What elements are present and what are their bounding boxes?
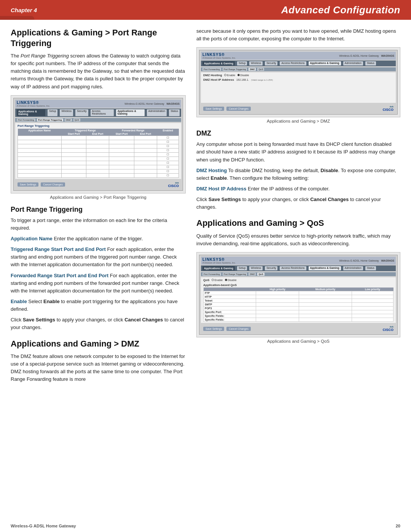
lk-header-2: LINKSYS® A Division of Cisco Systems, In… [201,52,396,60]
dmz-hosting-label: DMZ Hosting [196,168,227,173]
tab-porttrig-1[interactable]: Port Range Triggering [37,118,63,121]
lk-footer-1: Save Settings Cancel Changes ılıılı CISC… [15,181,181,189]
nav-apps-gaming-2: Applications & Gaming [202,61,235,66]
disable-radio[interactable] [237,74,240,76]
qos-th-high: High priority [256,288,299,291]
tab-qos-2[interactable]: QoS [257,68,264,71]
right-column: secure because it only opens the ports y… [196,27,400,387]
nav-setup-2[interactable]: Setup [237,61,247,66]
tab-portfwd-3[interactable]: Port Forwarding [202,273,221,276]
nav-status-2[interactable]: Status [365,61,376,66]
nav-setup-3[interactable]: Setup [237,266,247,270]
lk-ip-row: DMZ Host IP Address 192.168.1. (Valid ra… [203,78,393,81]
tab-porttrig-2[interactable]: Port Range Triggering [223,68,247,71]
caption-qos: Applications and Gaming > QoS [196,339,400,343]
qos-main-heading: Applications and Gaming > QoS [196,218,400,228]
linksys-subtitle-1: A Division of Cisco Systems, Inc. [17,105,50,107]
page-footer: Wireless-G ADSL Home Gateway 20 [0,524,411,528]
qos-th-low: Low priority [352,288,393,291]
dmz-continued-text: secure because it only opens the ports y… [196,27,400,43]
lk-qos-main-row: QoS Enable Disable [203,278,393,282]
linksys-device-mockup-3: LINKSYS® A Division of Cisco Systems, In… [199,255,398,335]
nav-security-2[interactable]: Security [265,61,277,66]
lk-navbar-2: Applications & Gaming Setup Wireless Sec… [201,61,396,66]
nav-wireless-3[interactable]: Wireless [249,266,263,270]
qos-radio-group: Enable Disable [212,279,236,281]
lk-footer-2: Save Settings Cancel Changes ılıılı CISC… [201,104,396,113]
table-row: ☐ [18,136,179,140]
chapter-label: Chapter 4 [11,7,37,13]
port-range-h2: Port Range Triggering [11,206,186,214]
qos-disable-radio[interactable] [225,279,227,281]
th-end2: End Port [134,132,157,136]
qos-row-smtp: SMTP [204,303,393,307]
nav-status-3[interactable]: Status [365,266,376,270]
footer-product: Wireless-G ADSL Home Gateway [11,524,76,528]
nav-admin-3[interactable]: Administration [343,266,363,270]
nav-status-1[interactable]: Status [169,109,180,116]
linksys-device-mockup-1: LINKSYS® A Division of Cisco Systems, In… [13,98,183,191]
dmz-hosting-field: DMZ Hosting [203,73,222,77]
lk-cancel-btn-2[interactable]: Cancel Changes [226,107,251,111]
nav-security-1[interactable]: Security [75,109,88,116]
app-name-desc: Enter the application name of the trigge… [54,236,143,241]
lk-cancel-btn-3[interactable]: Cancel Changes [226,327,251,331]
qos-row-http: HTTP [204,295,393,299]
nav-access-3[interactable]: Access Restrictions [280,266,306,270]
th-chk [157,132,179,136]
qos-table: High priority Medium priority Low priori… [203,288,393,322]
tab-portfwd-1[interactable]: Port Forwarding [17,118,35,121]
lk-navbar-1: Applications & Gaming Setup Wireless Sec… [15,109,181,117]
tab-dmz-3[interactable]: DMZ [249,273,256,276]
nav-admin-1[interactable]: Administration [147,109,167,116]
table-row: ☐ [18,173,179,177]
nav-setup-1[interactable]: Setup [48,109,57,116]
cisco-text-2: CISCO [382,108,393,112]
tab-portfwd-2[interactable]: Port Forwarding [202,68,221,71]
dmz-host-ip-para: DMZ Host IP Address Enter the IP address… [196,185,400,193]
cisco-logo-2: ılıılı CISCO [382,105,393,112]
screenshot-port-range: LINKSYS® A Division of Cisco Systems, In… [11,95,186,193]
port-range-triggering-section: Applications & Gaming > Port Range Trigg… [11,27,186,91]
qos-enable-radio[interactable] [212,279,214,281]
table-row: ☐ [18,140,179,144]
nav-admin-2[interactable]: Administration [343,61,363,66]
main-heading-port-range: Applications & Gaming > Port Range Trigg… [11,27,186,48]
nav-apps-2[interactable]: Applications & Gaming [309,61,341,66]
tab-dmz-2[interactable]: DMZ [249,68,256,71]
table-row: ☐ [18,161,179,165]
nav-access-2[interactable]: Access Restrictions [280,61,306,66]
nav-apps-1[interactable]: Applications & Gaming [116,109,145,116]
tab-porttrig-3[interactable]: Port Range Triggering [223,273,247,276]
table-row: ☐ [18,165,179,169]
save-note-1: Click Save Settings to apply your change… [11,316,186,331]
lk-save-btn-3[interactable]: Save Settings [203,327,224,331]
enable-radio[interactable] [224,74,226,76]
tab-qos-1[interactable]: QoS [73,118,80,121]
left-column: Applications & Gaming > Port Range Trigg… [11,27,186,387]
ip-hint: (Valid range is 1-254) [251,79,273,81]
nav-wireless-1[interactable]: Wireless [60,109,73,116]
tab-dmz-1[interactable]: DMZ [65,118,72,121]
lk-content-1: Port Range Triggering Application Name T… [15,123,181,179]
lk-content-2: DMZ Hosting Enable Disable DMZ Host IP A… [201,72,396,103]
lk-section-title-1: Port Range Triggering [18,124,179,128]
port-range-intro-text: The Port Range Triggering screen allows … [11,52,186,91]
qos-disable-label: Disable [228,279,236,281]
nav-access-1[interactable]: Access Restrictions [91,109,114,116]
page-title: Advanced Configuration [281,4,400,16]
lk-cancel-btn-1[interactable]: Cancel Changes [41,182,65,187]
enable-desc: Select Enable to enable port triggering … [11,299,178,312]
tab-qos-3[interactable]: QoS [257,273,264,276]
ip-value: 192.168.1. [236,78,249,81]
nav-wireless-2[interactable]: Wireless [249,61,263,66]
lk-save-btn-1[interactable]: Save Settings [18,182,38,187]
cisco-logo-1: ılıılı CISCO [168,182,179,188]
qos-row-specific1: Specific Port: [204,310,393,314]
screenshot-qos: LINKSYS® A Division of Cisco Systems, In… [196,252,400,337]
qos-intro-text: Quality of Service (QoS) ensures better … [196,232,400,248]
lk-save-btn-2[interactable]: Save Settings [203,107,224,111]
nav-security-3[interactable]: Security [265,266,277,270]
nav-apps-3[interactable]: Applications & Gaming [309,266,341,270]
app-name-para: Application Name Enter the application n… [11,235,186,243]
